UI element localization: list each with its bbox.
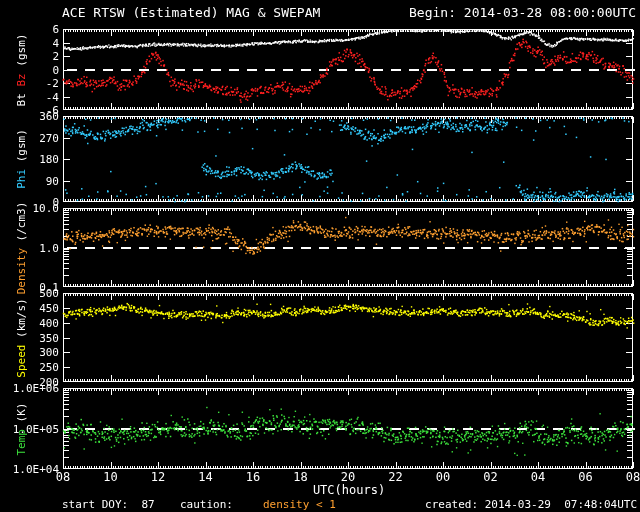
y-axis-label-part: Speed — [15, 344, 28, 377]
y-axis-label-speed: Speed (km/s) — [16, 298, 27, 377]
ace-rtsw-plot: ACE RTSW (Estimated) MAG & SWEPAM Begin:… — [0, 0, 640, 512]
x-tick-label: 04 — [524, 471, 552, 483]
footer-caution-value: density < 1 — [263, 499, 336, 510]
y-axis-label-part: (K) — [15, 402, 28, 429]
footer-created-timestamp: created: 2014-03-29 07:48:04UTC — [425, 499, 637, 510]
y-tick-label: 4 — [0, 38, 59, 49]
y-axis-label-part: (gsm) — [15, 33, 28, 73]
x-tick-label: 22 — [382, 471, 410, 483]
y-tick-label: 90 — [0, 176, 59, 187]
x-tick-label: 08 — [619, 471, 640, 483]
page-title: ACE RTSW (Estimated) MAG & SWEPAM — [62, 6, 320, 19]
y-axis-label-phi: Phi (gsm) — [16, 129, 27, 189]
y-tick-label: 1.0 — [0, 243, 59, 254]
x-tick-label: 06 — [572, 471, 600, 483]
y-tick-label: 1.0E+05 — [0, 424, 59, 435]
y-tick-label: 0 — [0, 65, 59, 76]
y-axis-label-part: (gsm) — [15, 129, 28, 169]
x-tick-label: 02 — [477, 471, 505, 483]
y-tick-label: 10.0 — [0, 203, 59, 214]
y-axis-label-density: Density (/cm3) — [16, 201, 27, 294]
x-tick-label: 14 — [192, 471, 220, 483]
x-tick-label: 18 — [287, 471, 315, 483]
x-tick-label: 16 — [239, 471, 267, 483]
x-axis-title: UTC(hours) — [288, 484, 410, 496]
y-axis-label-temp: Temp (K) — [16, 402, 27, 455]
y-tick-label: 270 — [0, 133, 59, 144]
y-axis-label-part: Phi — [15, 169, 28, 189]
y-axis-label-part: Bt — [15, 86, 28, 106]
y-tick-label: 180 — [0, 154, 59, 165]
y-tick-label: -4 — [0, 92, 59, 103]
y-axis-label-part: (/cm3) — [15, 201, 28, 247]
y-tick-label: 1.0E+06 — [0, 383, 59, 394]
y-tick-label: 2 — [0, 51, 59, 62]
y-tick-label: 300 — [0, 347, 59, 358]
y-tick-label: 450 — [0, 303, 59, 314]
footer-caution-label: caution: — [180, 499, 233, 510]
y-tick-label: 360 — [0, 111, 59, 122]
begin-timestamp: Begin: 2014-03-28 08:00:00UTC — [409, 6, 636, 19]
y-axis-label-part: (km/s) — [15, 298, 28, 344]
footer-start-doy: start DOY: 87 — [62, 499, 155, 510]
x-tick-label: 12 — [144, 471, 172, 483]
y-axis-label-part: Temp — [15, 429, 28, 456]
y-tick-label: -2 — [0, 78, 59, 89]
x-tick-label: 20 — [334, 471, 362, 483]
y-tick-label: 500 — [0, 288, 59, 299]
plot-canvas — [0, 0, 640, 512]
x-tick-label: 10 — [97, 471, 125, 483]
y-tick-label: 350 — [0, 333, 59, 344]
y-axis-label-part: Bz — [15, 73, 28, 86]
x-tick-label: 00 — [429, 471, 457, 483]
y-tick-label: 6 — [0, 24, 59, 35]
y-axis-label-mag: Bt Bz (gsm) — [16, 33, 27, 106]
y-tick-label: 250 — [0, 362, 59, 373]
y-axis-label-part: Density — [15, 248, 28, 294]
x-tick-label: 08 — [49, 471, 77, 483]
y-tick-label: 400 — [0, 318, 59, 329]
